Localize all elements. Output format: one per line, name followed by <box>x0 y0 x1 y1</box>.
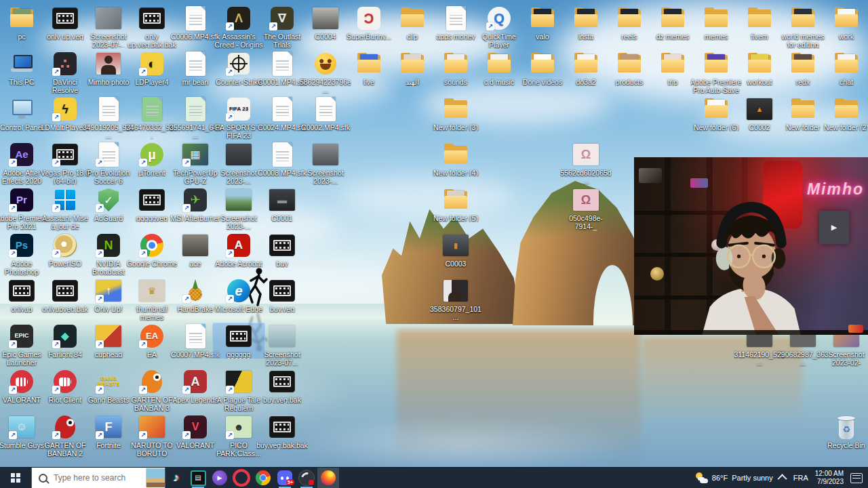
desktop-icon-work[interactable]: work <box>821 5 868 41</box>
new-folder-3-icon <box>443 99 469 119</box>
taskbar-app-obs-studio[interactable] <box>296 468 317 488</box>
desktop-icon-buy-veg-bak-bak[interactable]: buy.veg.bak.bak <box>256 414 308 449</box>
windows-logo-icon <box>11 473 20 483</box>
new-folder-5-icon <box>443 190 469 210</box>
products-icon <box>616 54 642 74</box>
desktop-icon-buy[interactable]: buy <box>256 232 308 268</box>
shortcut-arrow-icon: ↗ <box>9 204 17 212</box>
shortcut-arrow-icon: ↗ <box>52 386 60 394</box>
desktop-icon-new-folder-4[interactable]: New folder (4) <box>430 142 481 177</box>
shortcut-arrow-icon: ↗ <box>226 386 234 394</box>
5562cd602065d-icon: Ω <box>573 144 599 165</box>
partly-sunny-icon <box>696 472 708 483</box>
search-highlight-image[interactable] <box>146 468 165 487</box>
desktop-icon-358360797-101[interactable]: 358360797_101... <box>430 278 481 321</box>
shortcut-arrow-icon: ↗ <box>96 431 104 439</box>
done-videos-icon <box>530 54 555 74</box>
redx-icon <box>790 54 816 74</box>
onlyup-icon <box>9 280 35 302</box>
desktop-icon-new-folder-5[interactable]: New folder (5) <box>430 187 481 222</box>
search-input[interactable] <box>52 472 146 483</box>
586294223796e-icon <box>315 53 336 75</box>
screenshot-2023-icon <box>313 144 338 165</box>
c0003-icon: ▮ <box>443 235 469 256</box>
sounds-icon <box>443 54 469 74</box>
desktop-icon-5562cd602065d[interactable]: Ω5562cd602065d... <box>560 142 612 185</box>
shortcut-arrow-icon: ↗ <box>139 68 147 76</box>
050c498e-7914-icon: Ω <box>573 189 599 211</box>
do3a2-icon <box>573 54 599 74</box>
desktop-icon-c0002-mp4-sfk[interactable]: C0002.MP4.sfk <box>300 96 351 131</box>
shortcut-arrow-icon: ↗ <box>9 340 17 348</box>
shortcut-arrow-icon: ↗ <box>226 431 234 439</box>
insta-icon <box>573 8 599 28</box>
taskbar-app-movies-tv[interactable]: ▶ <box>209 468 231 488</box>
desktop-icon-chat[interactable]: chat <box>821 51 868 86</box>
desktop-icon-screenshot-2023[interactable]: Screenshot 2023-... <box>300 142 351 185</box>
c0001-mp4-sfk-icon <box>273 52 292 76</box>
desktop-icon-c0001[interactable]: ▬C0001 <box>256 187 308 222</box>
desktop-icon-new-folder-3[interactable]: New folder (3) <box>430 96 481 131</box>
shortcut-arrow-icon: ↗ <box>139 249 147 258</box>
الهبد-icon <box>399 54 425 74</box>
only-up-veg-icon <box>52 7 78 29</box>
c0008-mp4-sfk-icon <box>273 142 292 167</box>
recycle-bin-icon: ♻ <box>836 415 856 439</box>
desktop-icon-c0003[interactable]: ▮C0003 <box>430 232 481 268</box>
taskbar-app-vegas-pro[interactable]: ▤ <box>187 468 209 488</box>
taskbar-app-tiktok[interactable]: ♪ <box>165 468 187 488</box>
ace-icon <box>182 235 208 256</box>
thumbnail-memes-icon: ♛ <box>139 280 165 302</box>
desktop-icon-recycle-bin[interactable]: ♻Recycle Bin <box>821 414 868 449</box>
shortcut-arrow-icon: ↗ <box>486 22 494 30</box>
dz-memes-icon <box>660 8 686 28</box>
tiktok-icon: ♪ <box>174 471 180 485</box>
only-up-veg-bak-bak-icon <box>139 7 165 29</box>
taskbar-app-discord[interactable]: 5+ <box>274 468 296 488</box>
c0024-mp4-sfk-icon <box>273 97 292 121</box>
start-button[interactable] <box>0 468 31 488</box>
shortcut-arrow-icon: ↗ <box>182 204 191 212</box>
gggggveg-icon <box>139 189 165 211</box>
chat-icon <box>833 54 859 74</box>
reels-icon <box>616 8 642 28</box>
desktop-icon-buy-veg[interactable]: buy.veg <box>256 278 308 313</box>
taskbar-clock[interactable]: 12:00 AM 7/9/2023 <box>815 470 844 486</box>
desktop-icon-buy-veg-bak[interactable]: buy.veg.bak <box>256 369 308 404</box>
mr-bean-icon <box>186 52 205 76</box>
apps-money-icon <box>446 6 466 30</box>
taskbar-app-chrome[interactable] <box>252 468 274 488</box>
desktop-icon-050c498e-7914[interactable]: Ω050c498e-7914-_ <box>560 187 612 230</box>
taskbar-app-opera[interactable] <box>231 468 252 488</box>
c0002-mp4-sfk-icon <box>316 97 336 121</box>
346470332-93-icon <box>142 97 162 121</box>
language-indicator[interactable]: FRA <box>793 474 808 482</box>
355691741-644-icon <box>186 97 205 121</box>
shortcut-arrow-icon: ↗ <box>269 22 277 30</box>
taskbar-app-firefox[interactable] <box>317 468 339 488</box>
c0001-icon: ▬ <box>269 189 295 211</box>
desktop-icon-screenshot-2023-07[interactable]: Screenshot 2023-07... <box>256 323 308 367</box>
shortcut-arrow-icon: ↗ <box>96 249 104 258</box>
shortcut-arrow-icon: ↗ <box>52 159 60 167</box>
new-folder-icon <box>790 99 816 119</box>
onlyupveg-bak-icon <box>52 280 78 302</box>
c-d-music-icon <box>486 54 512 74</box>
buy-icon <box>269 235 295 256</box>
action-center-icon[interactable] <box>850 473 863 483</box>
screenshot-2023-icon <box>226 189 252 211</box>
gggggg-icon <box>226 325 252 347</box>
adobe-premiere-pro-auto-save-icon <box>703 54 729 74</box>
weather-temp: 86°F <box>712 474 728 482</box>
obs-icon <box>298 470 315 486</box>
shortcut-arrow-icon: ↗ <box>52 68 60 76</box>
desktop-icon-new-folder-2[interactable]: New folder (2) <box>821 96 868 131</box>
weather-widget[interactable]: 86°F Partly sunny <box>696 472 773 483</box>
349019205-928-icon <box>99 97 119 121</box>
opera-icon <box>233 469 250 487</box>
clip-icon <box>399 8 425 28</box>
show-hidden-icons-chevron-icon[interactable] <box>777 474 787 483</box>
shortcut-arrow-icon: ↗ <box>9 431 17 439</box>
taskbar-search-box[interactable] <box>31 468 165 488</box>
shortcut-arrow-icon: ↗ <box>182 431 191 439</box>
